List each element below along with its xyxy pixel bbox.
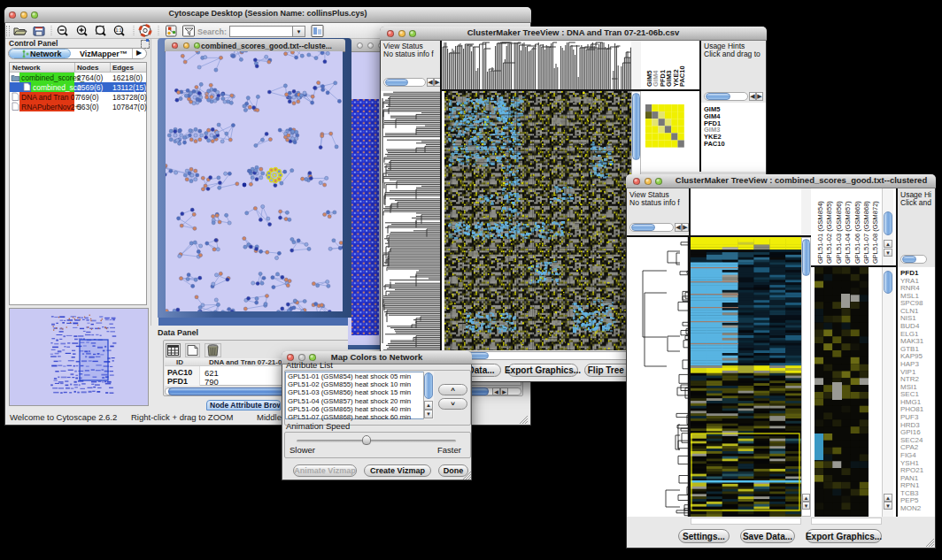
svg-text:1:1: 1:1 (116, 27, 122, 33)
